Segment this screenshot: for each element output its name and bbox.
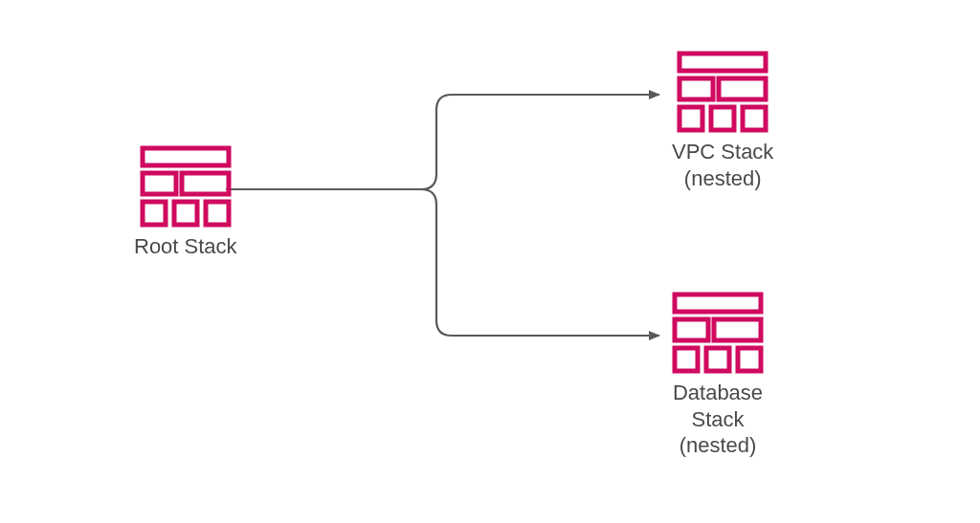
stack-icon bbox=[672, 292, 764, 374]
node-vpc-label: VPC Stack (nested) bbox=[672, 139, 773, 191]
edge-root-to-db bbox=[226, 189, 659, 336]
svg-rect-11 bbox=[743, 107, 766, 130]
svg-rect-15 bbox=[675, 348, 698, 371]
svg-rect-12 bbox=[675, 294, 761, 312]
svg-rect-3 bbox=[143, 202, 166, 225]
node-root-label: Root Stack bbox=[134, 233, 237, 260]
svg-rect-0 bbox=[143, 148, 229, 165]
svg-rect-10 bbox=[711, 107, 734, 130]
svg-rect-4 bbox=[174, 202, 197, 225]
svg-rect-7 bbox=[679, 78, 713, 99]
node-db-label: Database Stack (nested) bbox=[673, 380, 763, 459]
svg-rect-6 bbox=[679, 54, 766, 71]
svg-rect-14 bbox=[714, 319, 761, 340]
svg-rect-5 bbox=[206, 202, 229, 225]
node-root-stack: Root Stack bbox=[134, 145, 237, 260]
svg-rect-2 bbox=[182, 173, 229, 194]
stack-icon bbox=[140, 145, 232, 228]
svg-rect-1 bbox=[143, 173, 176, 194]
svg-rect-13 bbox=[675, 319, 708, 340]
svg-rect-17 bbox=[738, 348, 761, 371]
svg-rect-16 bbox=[706, 348, 729, 371]
node-db-stack: Database Stack (nested) bbox=[672, 292, 764, 459]
connectors bbox=[0, 0, 980, 523]
stack-icon bbox=[677, 51, 768, 133]
svg-rect-9 bbox=[679, 107, 702, 130]
svg-rect-8 bbox=[719, 78, 766, 99]
node-vpc-stack: VPC Stack (nested) bbox=[672, 51, 773, 191]
edge-root-to-vpc bbox=[226, 95, 659, 189]
